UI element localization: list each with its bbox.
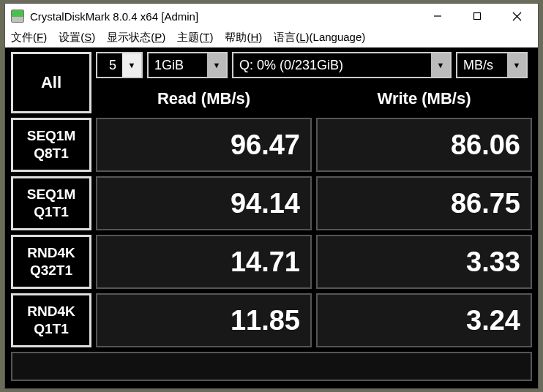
close-icon	[512, 12, 522, 21]
client-area: All 5 ▼ 1GiB ▼ Q: 0% (0/231GiB) ▼ MB/s ▼…	[5, 48, 538, 388]
test-label-line1: SEQ1M	[27, 186, 76, 203]
menu-help[interactable]: 帮助(H)	[225, 31, 262, 45]
test-label-line1: RND4K	[27, 244, 75, 262]
app-window: CrystalDiskMark 8.0.4 x64 [Admin] 文件(F) …	[4, 3, 539, 389]
test-size-value: 1GiB	[149, 58, 207, 73]
window-title: CrystalDiskMark 8.0.4 x64 [Admin]	[30, 10, 418, 23]
test-label-line2: Q32T1	[30, 262, 72, 279]
read-value: 11.85	[96, 293, 312, 347]
read-header: Read (MB/s)	[96, 89, 312, 108]
test-row-rnd4k-q1t1: RND4K Q1T1 11.85 3.24	[11, 293, 532, 347]
top-controls-row: All 5 ▼ 1GiB ▼ Q: 0% (0/231GiB) ▼ MB/s ▼	[11, 52, 532, 81]
chevron-down-icon: ▼	[507, 53, 526, 77]
menu-file[interactable]: 文件(F)	[11, 31, 47, 45]
menu-settings[interactable]: 设置(S)	[59, 31, 95, 45]
menu-theme[interactable]: 主题(T)	[177, 31, 213, 45]
test-row-rnd4k-q32t1: RND4K Q32T1 14.71 3.33	[11, 235, 532, 289]
test-row-seq1m-q8t1: SEQ1M Q8T1 96.47 86.06	[11, 118, 532, 172]
menu-display-state[interactable]: 显示状态(P)	[107, 31, 165, 45]
test-button-seq1m-q8t1[interactable]: SEQ1M Q8T1	[11, 118, 91, 172]
test-label-line1: SEQ1M	[27, 127, 76, 145]
chevron-down-icon: ▼	[122, 53, 141, 77]
test-row-seq1m-q1t1: SEQ1M Q1T1 94.14 86.75	[11, 176, 532, 230]
drive-select[interactable]: Q: 0% (0/231GiB) ▼	[232, 52, 452, 78]
svg-rect-1	[474, 13, 481, 20]
test-button-rnd4k-q32t1[interactable]: RND4K Q32T1	[11, 235, 91, 289]
write-value: 86.06	[316, 118, 532, 172]
drive-value: Q: 0% (0/231GiB)	[233, 58, 431, 73]
test-button-rnd4k-q1t1[interactable]: RND4K Q1T1	[11, 293, 91, 347]
minimize-icon	[433, 12, 442, 20]
write-value: 3.33	[316, 235, 532, 289]
maximize-button[interactable]	[457, 4, 497, 29]
test-button-seq1m-q1t1[interactable]: SEQ1M Q1T1	[11, 176, 91, 230]
titlebar: CrystalDiskMark 8.0.4 x64 [Admin]	[5, 4, 538, 29]
minimize-button[interactable]	[418, 4, 457, 29]
column-headers: Read (MB/s) Write (MB/s)	[11, 84, 532, 113]
read-value: 94.14	[96, 176, 312, 230]
unit-value: MB/s	[457, 58, 507, 73]
write-value: 86.75	[316, 176, 532, 230]
chevron-down-icon: ▼	[207, 53, 226, 77]
read-value: 14.71	[96, 235, 312, 289]
status-bar	[11, 352, 532, 381]
test-size-select[interactable]: 1GiB ▼	[147, 52, 228, 78]
test-label-line2: Q1T1	[34, 320, 69, 338]
menu-language[interactable]: 语言(L)(Language)	[274, 31, 365, 45]
menubar: 文件(F) 设置(S) 显示状态(P) 主题(T) 帮助(H) 语言(L)(La…	[5, 29, 538, 48]
unit-select[interactable]: MB/s ▼	[456, 52, 528, 78]
app-icon	[11, 10, 24, 23]
close-button[interactable]	[497, 4, 536, 29]
read-value: 96.47	[96, 118, 312, 172]
test-label-line2: Q8T1	[34, 145, 69, 162]
test-label-line1: RND4K	[27, 303, 75, 320]
maximize-icon	[473, 12, 482, 20]
run-count-value: 5	[97, 58, 122, 73]
test-label-line2: Q1T1	[34, 203, 69, 221]
write-value: 3.24	[316, 293, 532, 347]
chevron-down-icon: ▼	[431, 53, 450, 77]
write-header: Write (MB/s)	[316, 89, 532, 108]
run-count-select[interactable]: 5 ▼	[96, 52, 143, 78]
